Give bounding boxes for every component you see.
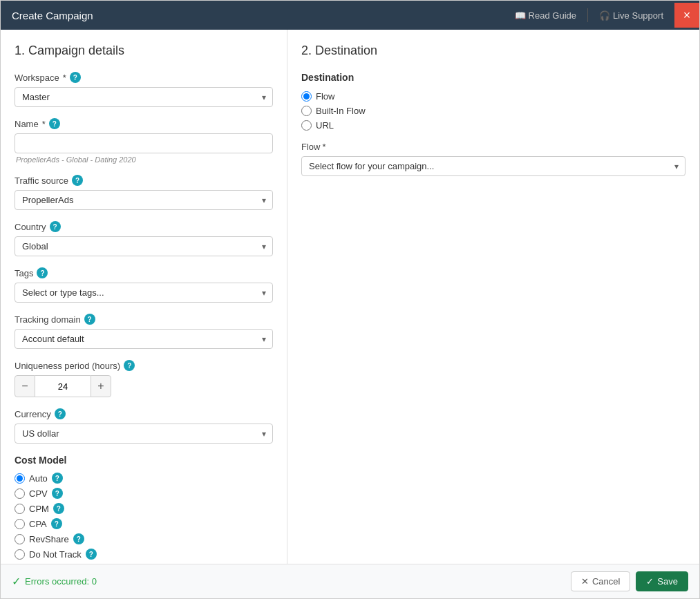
destination-radio-group: Flow Built-In Flow URL — [301, 91, 685, 131]
name-group: Name * ? Dating 2020 PropellerAds - Glob… — [15, 118, 273, 164]
name-required: * — [42, 119, 46, 129]
cost-model-cpa-label: CPA — [29, 519, 47, 529]
cost-model-revshare-item[interactable]: RevShare ? — [15, 533, 273, 544]
cost-model-do-not-track-label: Do Not Track — [29, 549, 82, 560]
destination-label: Destination — [301, 72, 685, 83]
tracking-domain-help-icon[interactable]: ? — [84, 314, 95, 325]
tags-group: Tags ? Select or type tags... — [15, 267, 273, 303]
header-actions: 📖 Read Guide 🎧 Live Support × — [515, 3, 688, 28]
name-input[interactable]: Dating 2020 — [15, 133, 273, 153]
flow-group: Flow * Select flow for your campaign... — [301, 142, 685, 176]
uniqueness-help-icon[interactable]: ? — [124, 360, 135, 371]
workspace-label: Workspace * ? — [15, 72, 273, 83]
currency-select[interactable]: US dollar — [15, 424, 273, 444]
workspace-group: Workspace * ? Master — [15, 72, 273, 107]
workspace-help-icon[interactable]: ? — [70, 72, 81, 83]
country-select-wrapper: Global — [15, 236, 273, 256]
name-label: Name * ? — [15, 118, 273, 129]
read-guide-link[interactable]: 📖 Read Guide — [515, 10, 576, 21]
close-button[interactable]: × — [674, 3, 699, 28]
currency-help-icon[interactable]: ? — [55, 408, 66, 419]
destination-built-in-flow-label: Built-In Flow — [316, 106, 366, 116]
status-text: Errors occurred: 0 — [25, 576, 97, 587]
destination-flow-item[interactable]: Flow — [301, 91, 685, 102]
cost-model-cpv-item[interactable]: CPV ? — [15, 488, 273, 499]
main-content: 1. Campaign details Workspace * ? Master… — [1, 30, 699, 564]
currency-group: Currency ? US dollar — [15, 408, 273, 444]
uniqueness-stepper: − + — [15, 375, 273, 397]
cost-model-group: Cost Model Auto ? CPV ? CPM — [15, 455, 273, 560]
tracking-domain-group: Tracking domain ? Account default — [15, 314, 273, 349]
country-select[interactable]: Global — [15, 236, 273, 256]
cost-model-cpa-help-icon[interactable]: ? — [51, 518, 62, 529]
check-circle-icon: ✓ — [12, 575, 21, 588]
destination-url-item[interactable]: URL — [301, 120, 685, 131]
cost-model-revshare-help-icon[interactable]: ? — [73, 533, 84, 544]
app-container: Create Campaign 📖 Read Guide 🎧 Live Supp… — [0, 0, 700, 599]
currency-select-wrapper: US dollar — [15, 424, 273, 444]
destination-flow-radio[interactable] — [301, 91, 312, 102]
live-support-link[interactable]: 🎧 Live Support — [599, 10, 663, 21]
uniqueness-group: Uniqueness period (hours) ? − + — [15, 360, 273, 397]
check-icon: ✓ — [646, 576, 654, 587]
tracking-domain-label: Tracking domain ? — [15, 314, 273, 325]
cost-model-cpm-help-icon[interactable]: ? — [53, 503, 64, 514]
destination-url-radio[interactable] — [301, 120, 312, 131]
workspace-select[interactable]: Master — [15, 87, 273, 107]
tags-select-wrapper: Select or type tags... — [15, 283, 273, 303]
destination-flow-label: Flow — [316, 91, 334, 102]
tracking-domain-select[interactable]: Account default — [15, 329, 273, 349]
destination-built-in-flow-item[interactable]: Built-In Flow — [301, 106, 685, 116]
destination-built-in-flow-radio[interactable] — [301, 106, 312, 116]
book-icon: 📖 — [515, 10, 526, 21]
cost-model-cpv-help-icon[interactable]: ? — [52, 488, 63, 499]
header-title: Create Campaign — [12, 10, 93, 21]
cost-model-auto-help-icon[interactable]: ? — [52, 473, 63, 484]
cost-model-revshare-label: RevShare — [29, 534, 69, 544]
cost-model-do-not-track-radio[interactable] — [15, 549, 25, 560]
cost-model-revshare-radio[interactable] — [15, 534, 25, 544]
right-panel: 2. Destination Destination Flow Built-In… — [287, 30, 699, 564]
uniqueness-increment-button[interactable]: + — [91, 375, 111, 397]
country-label: Country ? — [15, 221, 273, 232]
cost-model-do-not-track-help-icon[interactable]: ? — [86, 549, 97, 560]
traffic-source-help-icon[interactable]: ? — [72, 175, 83, 186]
uniqueness-decrement-button[interactable]: − — [15, 375, 35, 397]
flow-select[interactable]: Select flow for your campaign... — [301, 156, 685, 176]
flow-select-wrapper: Select flow for your campaign... — [301, 156, 685, 176]
traffic-source-select-wrapper: PropellerAds — [15, 190, 273, 210]
cost-model-auto-label: Auto — [29, 473, 48, 484]
tracking-domain-select-wrapper: Account default — [15, 329, 273, 349]
tags-select[interactable]: Select or type tags... — [15, 283, 273, 303]
cost-model-cpm-label: CPM — [29, 504, 49, 514]
traffic-source-label: Traffic source ? — [15, 175, 273, 186]
header: Create Campaign 📖 Read Guide 🎧 Live Supp… — [1, 1, 699, 30]
flow-required: * — [322, 142, 325, 152]
tags-help-icon[interactable]: ? — [37, 267, 48, 278]
workspace-required: * — [63, 73, 66, 83]
traffic-source-select[interactable]: PropellerAds — [15, 190, 273, 210]
cost-model-cpm-item[interactable]: CPM ? — [15, 503, 273, 514]
cost-model-cpv-label: CPV — [29, 488, 48, 499]
cost-model-cpm-radio[interactable] — [15, 504, 25, 514]
destination-group: Destination Flow Built-In Flow URL — [301, 72, 685, 131]
cost-model-cpa-radio[interactable] — [15, 519, 25, 529]
cost-model-title: Cost Model — [15, 455, 273, 466]
cost-model-radio-group: Auto ? CPV ? CPM ? C — [15, 473, 273, 560]
country-help-icon[interactable]: ? — [50, 221, 61, 232]
country-group: Country ? Global — [15, 221, 273, 256]
right-panel-title: 2. Destination — [301, 44, 685, 58]
cost-model-do-not-track-item[interactable]: Do Not Track ? — [15, 549, 273, 560]
uniqueness-input[interactable] — [35, 375, 91, 397]
footer: ✓ Errors occurred: 0 ✕ Cancel ✓ Save — [1, 564, 699, 598]
save-button[interactable]: ✓ Save — [636, 571, 688, 591]
name-help-icon[interactable]: ? — [49, 118, 60, 129]
cost-model-auto-radio[interactable] — [15, 473, 25, 484]
cost-model-cpv-radio[interactable] — [15, 488, 25, 499]
workspace-select-wrapper: Master — [15, 87, 273, 107]
header-divider — [587, 8, 588, 22]
cost-model-auto-item[interactable]: Auto ? — [15, 473, 273, 484]
cost-model-cpa-item[interactable]: CPA ? — [15, 518, 273, 529]
tags-label: Tags ? — [15, 267, 273, 278]
cancel-button[interactable]: ✕ Cancel — [571, 571, 630, 591]
